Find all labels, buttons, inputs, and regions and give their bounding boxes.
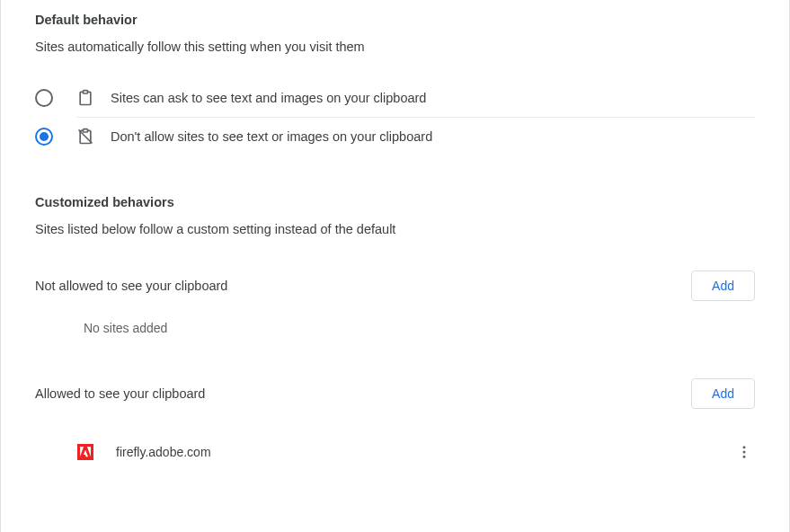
blocked-empty-message: No sites added [84, 321, 755, 335]
radio-label-ask: Sites can ask to see text and images on … [111, 91, 426, 105]
radio-option-block[interactable]: Don't allow sites to see text or images … [35, 118, 755, 155]
site-more-actions-button[interactable] [730, 438, 759, 466]
default-behavior-radio-group: Sites can ask to see text and images on … [35, 79, 755, 155]
settings-panel: Default behavior Sites automatically fol… [0, 0, 790, 532]
more-vert-icon [736, 444, 752, 460]
clipboard-icon [76, 89, 94, 107]
svg-rect-3 [84, 129, 88, 132]
clipboard-blocked-icon [76, 128, 94, 146]
allowed-list-title: Allowed to see your clipboard [35, 386, 205, 401]
radio-button-selected [35, 128, 53, 146]
allowed-site-name: firefly.adobe.com [116, 445, 730, 459]
add-blocked-button[interactable]: Add [691, 270, 755, 301]
radio-button-unselected [35, 89, 53, 107]
radio-label-block: Don't allow sites to see text or images … [111, 129, 432, 144]
svg-rect-1 [84, 91, 88, 93]
customized-behaviors-description: Sites listed below follow a custom setti… [35, 222, 755, 236]
add-allowed-button[interactable]: Add [691, 378, 755, 409]
default-behavior-description: Sites automatically follow this setting … [35, 40, 755, 54]
allowed-site-row[interactable]: firefly.adobe.com [76, 429, 755, 475]
radio-option-ask[interactable]: Sites can ask to see text and images on … [35, 79, 755, 117]
blocked-list-header: Not allowed to see your clipboard Add [35, 270, 755, 301]
svg-point-6 [743, 446, 746, 448]
default-behavior-title: Default behavior [35, 13, 755, 27]
blocked-list-title: Not allowed to see your clipboard [35, 279, 227, 293]
customized-behaviors-title: Customized behaviors [35, 195, 755, 209]
allowed-list-header: Allowed to see your clipboard Add [35, 378, 755, 409]
svg-point-8 [743, 456, 746, 458]
adobe-favicon-icon [76, 443, 94, 461]
svg-point-7 [743, 451, 746, 454]
